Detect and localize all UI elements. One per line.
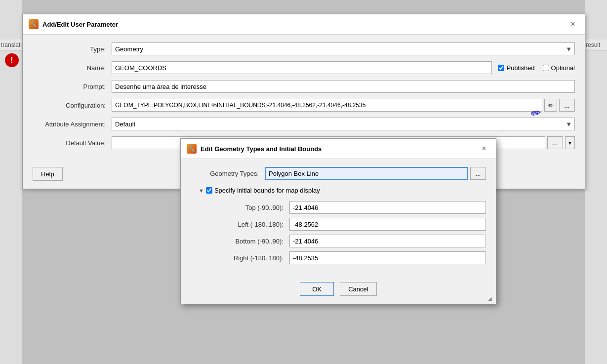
- left-label: Left (-180..180):: [210, 221, 289, 228]
- main-dialog-titlebar: 🔧 Add/Edit User Parameter ×: [23, 14, 585, 35]
- config-label: Configuration:: [33, 102, 112, 109]
- published-label-text: Published: [506, 64, 534, 72]
- edit-geom-titlebar: 🔧 Edit Geometry Types and Initial Bounds…: [181, 139, 496, 159]
- checkbox-group: Published Optional: [498, 64, 575, 72]
- type-row: Type: Geometry ▼: [33, 42, 575, 55]
- geom-types-input[interactable]: [265, 167, 468, 180]
- translation-label: translati: [0, 40, 22, 51]
- result-label: result: [585, 40, 607, 51]
- bottom-label: Bottom (-90..90):: [210, 238, 289, 245]
- type-select[interactable]: Geometry: [112, 42, 575, 55]
- type-select-wrapper: Geometry ▼: [112, 42, 575, 55]
- attr-select[interactable]: Default: [112, 118, 575, 130]
- top-bounds-row: Top (-90..90):: [210, 201, 486, 214]
- top-input[interactable]: [289, 201, 486, 214]
- edit-geom-cancel-button[interactable]: Cancel: [340, 282, 376, 296]
- main-dialog-close-button[interactable]: ×: [567, 18, 579, 30]
- right-input[interactable]: [289, 251, 486, 264]
- specify-bounds-section: ▼ Specify initial bounds for map display: [191, 187, 486, 194]
- edit-geom-ok-button[interactable]: OK: [300, 282, 334, 296]
- prompt-row: Prompt:: [33, 80, 575, 93]
- default-dots-button[interactable]: ...: [547, 136, 563, 149]
- edit-geom-body: Geometry Types: ... ▼ Specify initial bo…: [181, 159, 496, 276]
- optional-checkbox-label: Optional: [543, 64, 575, 72]
- bottom-bounds-row: Bottom (-90..90):: [210, 235, 486, 247]
- bounds-grid: Top (-90..90): Left (-180..180): Bottom …: [210, 201, 486, 264]
- specify-bounds-label: Specify initial bounds for map display: [206, 187, 320, 194]
- default-label: Default Value:: [33, 139, 112, 147]
- attr-row: Attribute Assignment: Default ▼: [33, 118, 575, 130]
- left-bounds-row: Left (-180..180):: [210, 218, 486, 231]
- main-dialog-title-text: Add/Edit User Parameter: [42, 21, 118, 28]
- geom-types-dots-button[interactable]: ...: [470, 167, 486, 180]
- name-input[interactable]: [112, 61, 492, 74]
- edit-geom-close-button[interactable]: ×: [478, 143, 490, 155]
- config-dots-button[interactable]: ...: [559, 99, 575, 112]
- resize-handle[interactable]: ◢: [488, 296, 494, 302]
- left-input[interactable]: [289, 218, 486, 231]
- config-row: Configuration: ✏ ...: [33, 99, 575, 112]
- published-checkbox[interactable]: [498, 65, 504, 71]
- help-button[interactable]: Help: [33, 167, 63, 181]
- edit-geom-dialog: 🔧 Edit Geometry Types and Initial Bounds…: [180, 138, 496, 304]
- specify-bounds-label-text: Specify initial bounds for map display: [214, 187, 320, 194]
- prompt-input[interactable]: [112, 80, 575, 93]
- name-row: Name: Published Optional: [33, 61, 575, 74]
- geom-types-row: Geometry Types: ...: [191, 167, 486, 180]
- name-label: Name:: [33, 64, 112, 72]
- edit-geom-title-text: Edit Geometry Types and Initial Bounds: [201, 145, 322, 153]
- geom-types-label: Geometry Types:: [191, 170, 265, 177]
- edit-geom-icon: 🔧: [187, 144, 197, 154]
- right-bounds-row: Right (-180..180):: [210, 251, 486, 264]
- specify-bounds-checkbox[interactable]: [206, 187, 212, 194]
- optional-checkbox[interactable]: [543, 65, 549, 71]
- config-pencil-button[interactable]: ✏: [544, 99, 557, 112]
- attr-label: Attribute Assignment:: [33, 121, 112, 128]
- prompt-label: Prompt:: [33, 83, 112, 90]
- right-label: Right (-180..180):: [210, 254, 289, 262]
- attr-select-wrapper: Default ▼: [112, 118, 575, 130]
- top-label: Top (-90..90):: [210, 204, 289, 211]
- left-panel: translati !: [0, 0, 22, 364]
- main-dialog-title: 🔧 Add/Edit User Parameter: [29, 19, 118, 29]
- edit-geom-footer: OK Cancel: [181, 276, 496, 304]
- geom-types-input-wrapper: ...: [265, 167, 486, 180]
- type-label: Type:: [33, 45, 112, 53]
- optional-label-text: Optional: [551, 64, 575, 72]
- attr-input-group: Default ▼: [112, 118, 575, 130]
- edit-geom-title: 🔧 Edit Geometry Types and Initial Bounds: [187, 144, 322, 154]
- dialog-icon: 🔧: [29, 19, 39, 29]
- collapse-arrow-icon: ▼: [199, 188, 204, 194]
- config-input-group: ✏ ...: [112, 99, 575, 112]
- published-checkbox-label: Published: [498, 64, 534, 72]
- default-arrow-button[interactable]: ▼: [565, 136, 575, 149]
- config-input[interactable]: [112, 99, 542, 112]
- name-input-group: Published Optional: [112, 61, 575, 74]
- error-badge: !: [5, 53, 19, 67]
- right-panel: result: [585, 0, 607, 364]
- bottom-input[interactable]: [289, 235, 486, 247]
